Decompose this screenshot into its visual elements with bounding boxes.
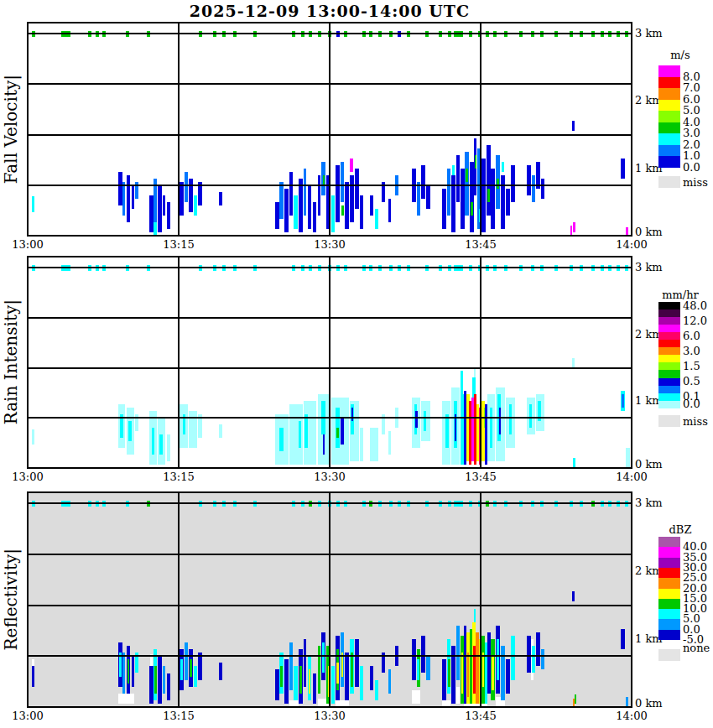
echo-cell	[118, 694, 134, 704]
time-tick-label: 14:00	[613, 238, 650, 251]
echo-cell	[360, 428, 363, 461]
echo-cell	[412, 690, 420, 704]
echo-cell	[465, 152, 469, 216]
echo-cell	[424, 411, 427, 431]
echo-cell	[167, 434, 171, 461]
echo-cell	[481, 159, 486, 232]
time-tick-label: 13:00	[9, 238, 46, 251]
echo-cell	[476, 632, 479, 704]
panel-border-right	[631, 491, 632, 708]
echo-cell	[572, 591, 575, 601]
legend-band	[658, 537, 680, 548]
echo-cell	[331, 195, 335, 232]
echo-cell	[185, 642, 188, 680]
echo-cell	[474, 368, 476, 378]
time-tick-label: 13:15	[160, 238, 197, 251]
echo-cell	[32, 196, 35, 211]
echo-cell	[219, 663, 222, 679]
echo-cell	[345, 182, 349, 229]
legend-band	[658, 558, 680, 569]
echo-cell	[511, 165, 515, 202]
echo-cell	[415, 411, 418, 428]
echo-cell	[527, 636, 531, 673]
echo-cell	[492, 656, 494, 690]
legend-missing-swatch	[658, 415, 680, 427]
panel-border-left	[27, 256, 29, 469]
echo-cell	[527, 165, 531, 195]
echo-cell	[360, 195, 363, 229]
height-tick-label: 0 km	[635, 697, 669, 710]
echo-cell	[313, 202, 317, 232]
echo-cell	[370, 195, 373, 216]
echo-cell	[506, 189, 510, 216]
echo-cell	[304, 414, 308, 448]
echo-cell	[541, 179, 544, 199]
echo-cell	[219, 424, 222, 438]
echo-cell	[299, 179, 303, 232]
echo-cell	[158, 185, 162, 232]
echo-cell	[622, 394, 624, 408]
legend-value-label: 48.0	[683, 299, 713, 312]
echo-cell	[421, 636, 425, 673]
echo-cell	[497, 179, 499, 189]
echo-cell	[388, 669, 392, 693]
echo-cell	[309, 669, 311, 693]
echo-cell	[336, 663, 339, 683]
echo-cell	[331, 666, 335, 704]
echo-cell	[360, 666, 363, 700]
time-tick-label: 13:15	[160, 710, 197, 722]
echo-cell	[355, 169, 359, 209]
echo-cell	[132, 185, 135, 209]
echo-cell	[322, 642, 325, 673]
panel-border-left	[27, 491, 29, 708]
echo-cell	[304, 169, 307, 216]
echo-cell	[445, 414, 449, 448]
legend-band	[658, 111, 680, 122]
echo-cell	[456, 626, 460, 680]
echo-cell	[442, 659, 446, 700]
echo-cell	[490, 408, 493, 448]
legend-missing-label: none	[683, 642, 713, 654]
echo-cell	[159, 434, 163, 455]
height-tick-label: 0 km	[635, 226, 669, 238]
echo-cell	[304, 639, 307, 687]
echo-cell	[345, 653, 349, 700]
legend-band	[658, 133, 680, 145]
echo-cell	[621, 629, 625, 649]
legend-band	[658, 122, 680, 134]
echo-cell	[152, 428, 155, 455]
legend-value-label: 1.5	[683, 360, 713, 372]
height-tick-label: 3 km	[635, 261, 669, 273]
echo-cell	[501, 646, 505, 700]
echo-cell	[626, 448, 630, 468]
gridline-vertical	[480, 23, 481, 236]
panel-axis-label: Rain Intensity|	[0, 257, 22, 468]
echo-cell	[412, 639, 416, 680]
echo-cell	[194, 195, 197, 216]
echo-cell	[456, 687, 460, 704]
legend-value-label: 0.0	[683, 161, 713, 174]
echo-cell	[279, 182, 284, 219]
echo-cell	[370, 666, 373, 689]
echo-cell	[154, 666, 157, 693]
echo-cell	[456, 155, 460, 202]
echo-cell	[499, 408, 502, 434]
echo-cell	[621, 159, 625, 179]
echo-cell	[355, 639, 359, 687]
legend-value-label: 3.0	[683, 345, 713, 357]
gridline-vertical	[329, 492, 330, 707]
panel-border-left	[27, 22, 29, 237]
legend-band	[658, 77, 680, 89]
legend-title: m/s	[657, 49, 704, 61]
height-tick-label: 3 km	[635, 27, 669, 39]
time-tick-label: 13:30	[311, 238, 348, 251]
gridline-vertical	[178, 492, 180, 707]
time-tick-label: 13:45	[462, 471, 499, 483]
echo-cell	[163, 666, 166, 693]
echo-cell	[474, 609, 476, 622]
gridline-vertical	[178, 23, 180, 236]
legend-missing-swatch	[658, 176, 680, 188]
echo-cell	[350, 159, 353, 172]
legend-band	[658, 568, 680, 579]
echo-cell	[180, 182, 184, 216]
